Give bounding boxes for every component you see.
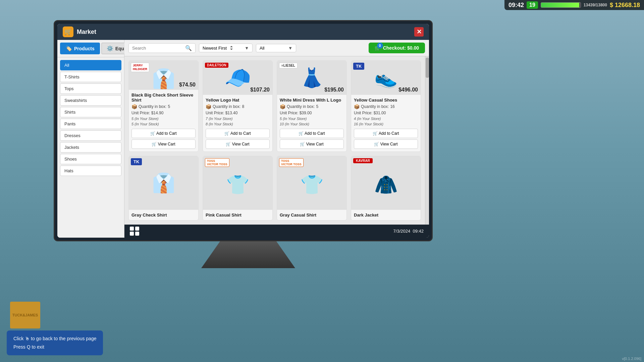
product-image-area-7: TOSSVICTOR TOSS 👕 xyxy=(277,156,346,210)
filter-label: All xyxy=(260,46,264,51)
product-image-area-3: ≡LIESEL 👗 $195.00 xyxy=(277,61,346,95)
scroll-indicator[interactable] xyxy=(425,56,429,225)
add-to-cart-button-2[interactable]: 🛒 Add to Cart xyxy=(206,129,270,138)
product-card-7: TOSSVICTOR TOSS 👕 Gray Casual Shirt xyxy=(277,156,347,221)
box-icon-1: 📦 xyxy=(131,104,137,109)
brand-badge-1: JERRYHILDIGER xyxy=(131,63,149,72)
product-card-6: TOSSVICTOR TOSS 👕 Pink Casual Shirt xyxy=(203,156,273,221)
product-info-4: Yellow Casual Shoes 📦 Quantity in box: 1… xyxy=(351,95,421,129)
product-qty-4: 📦 Quantity in box: 16 xyxy=(354,104,418,109)
add-to-cart-button-3[interactable]: 🛒 Add to Cart xyxy=(280,129,344,138)
product-image-area-4: TK 👟 $496.00 xyxy=(351,61,421,95)
xp-fill xyxy=(541,3,579,7)
brand-badge-3: ≡LIESEL xyxy=(279,63,298,68)
cart-count-badge: 0 xyxy=(377,43,383,49)
brand-badge-2: DAILETSON xyxy=(205,63,228,68)
add-to-cart-button-4[interactable]: 🛒 Add to Cart xyxy=(354,129,418,138)
content-area: 🏷️ Products ⚙️ Equipment All T-Shirts To… xyxy=(57,40,429,238)
decoration-box: TUCK&JAMES xyxy=(10,302,40,328)
category-hats[interactable]: Hats xyxy=(60,166,121,176)
hud-money: $ 12668.18 xyxy=(610,2,640,9)
category-tops[interactable]: Tops xyxy=(60,83,121,94)
search-icon: 🔍 xyxy=(185,45,192,51)
cart-badge-container: 🛒 0 xyxy=(375,45,380,51)
category-dresses[interactable]: Dresses xyxy=(60,130,121,141)
category-shoes[interactable]: Shoes xyxy=(60,154,121,164)
product-image-area-1: JERRYHILDIGER 👔 $74.50 xyxy=(129,61,198,90)
product-image-area-5: TK 👔 xyxy=(129,156,198,210)
brand-badge-8: KAVRAR xyxy=(353,158,373,163)
product-unit-price-3: Unit Price: $39.00 xyxy=(280,111,344,115)
view-cart-button-1[interactable]: 🛒 View Cart xyxy=(131,139,196,149)
product-info-1: Black Big Check Short Sleeve Shirt 📦 Qua… xyxy=(129,90,198,129)
sort-dropdown[interactable]: Newest First ▼ xyxy=(199,44,253,52)
checkout-label: Checkout: $0.00 xyxy=(383,45,419,51)
close-button[interactable]: ✕ xyxy=(414,27,424,37)
product-price-1: $74.50 xyxy=(179,82,196,88)
category-sweatshirts[interactable]: Sweatshirts xyxy=(60,95,121,106)
search-box: 🔍 xyxy=(128,43,196,53)
brand-badge-7: TOSSVICTOR TOSS xyxy=(279,158,304,167)
product-store-info-4: 4 (In Your Store) xyxy=(354,117,418,121)
product-image-8: 🧥 xyxy=(351,158,421,212)
product-unit-price-4: Unit Price: $31.00 xyxy=(354,111,418,115)
search-input[interactable] xyxy=(132,46,183,51)
product-unit-price-2: Unit Price: $13.40 xyxy=(206,111,270,115)
product-name-3: White Mini Dress With L Logo xyxy=(280,98,344,103)
view-cart-button-3[interactable]: 🛒 View Cart xyxy=(280,139,344,149)
category-pants[interactable]: Pants xyxy=(60,119,121,129)
product-store-info-2: 7 (In Your Store) xyxy=(206,117,270,121)
product-card-5: TK 👔 Gray Check Shirt xyxy=(128,156,199,221)
add-to-cart-button-1[interactable]: 🛒 Add to Cart xyxy=(131,129,196,138)
box-icon-4: 📦 xyxy=(354,104,360,109)
tooltip-line1: Click 🖱 to go back to the previous page xyxy=(13,335,96,343)
chevron-down-icon: ▼ xyxy=(245,46,249,51)
tooltip-line2: Press Q to exit xyxy=(13,343,96,351)
product-price-2: $107.20 xyxy=(250,87,270,93)
category-all[interactable]: All xyxy=(60,60,121,70)
view-cart-button-4[interactable]: 🛒 View Cart xyxy=(354,139,418,149)
product-name-1: Black Big Check Short Sleeve Shirt xyxy=(131,93,196,103)
product-name-5: Gray Check Shirt xyxy=(131,213,196,218)
monitor-frame: 🛒 Market ✕ 🏷️ Products ⚙️ Equipment xyxy=(54,20,433,241)
checkout-button[interactable]: 🛒 0 Checkout: $0.00 xyxy=(369,43,425,53)
products-tab-icon: 🏷️ xyxy=(65,45,72,52)
brand-badge-6: TOSSVICTOR TOSS xyxy=(205,158,229,167)
product-qty-3: 📦 Quantity in box: 5 xyxy=(280,104,344,109)
product-card-2: DAILETSON 🧢 $107.20 Yellow Logo Hat 📦 Qu… xyxy=(203,60,273,152)
box-icon-3: 📦 xyxy=(280,104,285,109)
product-price-3: $195.00 xyxy=(324,87,344,93)
product-card-3: ≡LIESEL 👗 $195.00 White Mini Dress With … xyxy=(277,60,347,152)
product-qty-1: 📦 Quantity in box: 5 xyxy=(131,104,196,109)
category-jackets[interactable]: Jackets xyxy=(60,142,121,153)
sort-arrows-icon xyxy=(229,45,234,51)
hud-time: 09:42 xyxy=(508,2,524,9)
filter-dropdown[interactable]: All ▼ xyxy=(256,44,296,52)
product-info-5: Gray Check Shirt xyxy=(129,210,198,220)
view-cart-button-2[interactable]: 🛒 View Cart xyxy=(206,139,270,149)
filter-chevron-icon: ▼ xyxy=(288,46,292,51)
product-card-4: TK 👟 $496.00 Yellow Casual Shoes 📦 Quant… xyxy=(351,60,421,152)
box-icon-2: 📦 xyxy=(206,104,211,109)
category-tshirts[interactable]: T-Shirts xyxy=(60,72,121,82)
product-store-info-1: 5 (In Your Store) xyxy=(131,117,196,121)
title-bar-left: 🛒 Market xyxy=(63,26,96,37)
product-image-area-8: KAVRAR 🧥 xyxy=(351,156,421,210)
sort-label: Newest First xyxy=(203,46,227,51)
version-label: v[0.1.2.096] xyxy=(622,357,642,361)
market-title: Market xyxy=(77,28,96,36)
scroll-thumb[interactable] xyxy=(426,58,429,78)
products-grid: JERRYHILDIGER 👔 $74.50 Black Big Check S… xyxy=(124,56,425,225)
product-stock-info-2: 8 (In Your Stock) xyxy=(206,122,270,126)
product-card-8: KAVRAR 🧥 Dark Jacket xyxy=(351,156,421,221)
category-shirts[interactable]: Shirts xyxy=(60,107,121,117)
brand-badge-5: TK xyxy=(131,158,142,165)
product-unit-price-1: Unit Price: $14.90 xyxy=(131,111,196,115)
tab-products[interactable]: 🏷️ Products xyxy=(60,43,100,54)
grid-view-icon[interactable] xyxy=(130,227,139,236)
sidebar-wrapper: 🏷️ Products ⚙️ Equipment All T-Shirts To… xyxy=(57,40,124,238)
product-name-8: Dark Jacket xyxy=(354,213,418,218)
product-card-1: JERRYHILDIGER 👔 $74.50 Black Big Check S… xyxy=(128,60,199,152)
product-stock-info-3: 10 (In Your Stock) xyxy=(280,122,344,126)
top-hud: 09:42 19 13439/13800 $ 12668.18 xyxy=(504,0,644,10)
